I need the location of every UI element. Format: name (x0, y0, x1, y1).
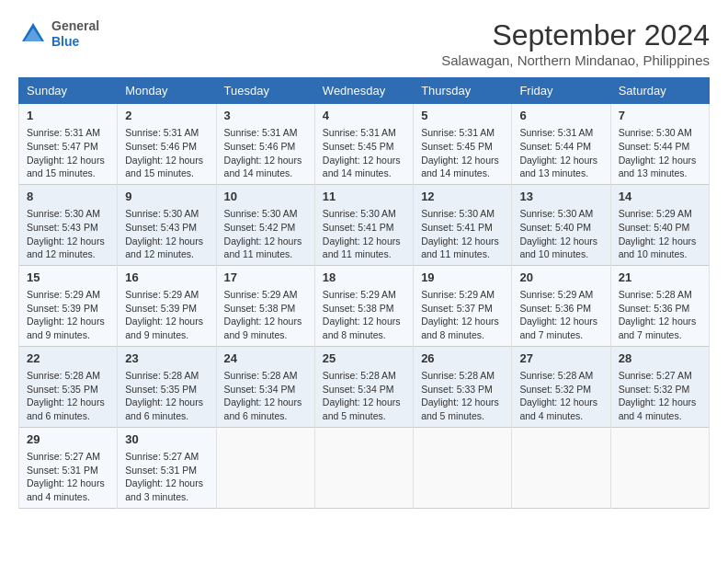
table-cell-empty (216, 427, 314, 508)
table-cell: 26 Sunrise: 5:28 AMSunset: 5:33 PMDaylig… (414, 346, 512, 427)
col-wednesday: Wednesday (314, 78, 413, 104)
month-title: September 2024 (441, 18, 710, 52)
table-cell: 11 Sunrise: 5:30 AMSunset: 5:41 PMDaylig… (314, 184, 413, 265)
table-cell: 22 Sunrise: 5:28 AMSunset: 5:35 PMDaylig… (19, 346, 118, 427)
logo-icon (18, 19, 48, 49)
calendar-header-row: Sunday Monday Tuesday Wednesday Thursday… (19, 78, 710, 104)
col-friday: Friday (512, 78, 610, 104)
table-row: 1 Sunrise: 5:31 AMSunset: 5:47 PMDayligh… (19, 104, 710, 185)
table-cell: 24 Sunrise: 5:28 AMSunset: 5:34 PMDaylig… (216, 346, 314, 427)
logo-blue: Blue (51, 34, 79, 49)
table-row: 8 Sunrise: 5:30 AMSunset: 5:43 PMDayligh… (19, 184, 710, 265)
table-cell-empty (610, 427, 709, 508)
logo-text: General Blue (51, 18, 99, 50)
table-cell: 6 Sunrise: 5:31 AMSunset: 5:44 PMDayligh… (512, 104, 610, 185)
calendar-table: Sunday Monday Tuesday Wednesday Thursday… (18, 77, 710, 509)
table-row: 29 Sunrise: 5:27 AMSunset: 5:31 PMDaylig… (19, 427, 710, 508)
table-cell: 10 Sunrise: 5:30 AMSunset: 5:42 PMDaylig… (216, 184, 314, 265)
table-cell: 12 Sunrise: 5:30 AMSunset: 5:41 PMDaylig… (414, 184, 512, 265)
table-cell: 13 Sunrise: 5:30 AMSunset: 5:40 PMDaylig… (512, 184, 610, 265)
table-cell: 25 Sunrise: 5:28 AMSunset: 5:34 PMDaylig… (314, 346, 413, 427)
table-cell-empty (314, 427, 413, 508)
table-cell: 20 Sunrise: 5:29 AMSunset: 5:36 PMDaylig… (512, 265, 610, 346)
table-cell: 5 Sunrise: 5:31 AMSunset: 5:45 PMDayligh… (414, 104, 512, 185)
page-header: General Blue September 2024 Salawagan, N… (18, 18, 710, 68)
logo: General Blue (18, 18, 99, 50)
table-cell: 9 Sunrise: 5:30 AMSunset: 5:43 PMDayligh… (118, 184, 216, 265)
table-cell: 17 Sunrise: 5:29 AMSunset: 5:38 PMDaylig… (216, 265, 314, 346)
table-cell: 23 Sunrise: 5:28 AMSunset: 5:35 PMDaylig… (118, 346, 216, 427)
table-cell: 18 Sunrise: 5:29 AMSunset: 5:38 PMDaylig… (314, 265, 413, 346)
table-cell: 21 Sunrise: 5:28 AMSunset: 5:36 PMDaylig… (610, 265, 709, 346)
table-cell: 7 Sunrise: 5:30 AMSunset: 5:44 PMDayligh… (610, 104, 709, 185)
table-cell: 27 Sunrise: 5:28 AMSunset: 5:32 PMDaylig… (512, 346, 610, 427)
table-cell: 14 Sunrise: 5:29 AMSunset: 5:40 PMDaylig… (610, 184, 709, 265)
table-cell: 19 Sunrise: 5:29 AMSunset: 5:37 PMDaylig… (414, 265, 512, 346)
table-cell-empty (512, 427, 610, 508)
table-cell: 29 Sunrise: 5:27 AMSunset: 5:31 PMDaylig… (19, 427, 118, 508)
title-section: September 2024 Salawagan, Northern Minda… (441, 18, 710, 68)
col-saturday: Saturday (610, 78, 709, 104)
col-thursday: Thursday (414, 78, 512, 104)
table-row: 15 Sunrise: 5:29 AMSunset: 5:39 PMDaylig… (19, 265, 710, 346)
col-sunday: Sunday (19, 78, 118, 104)
logo-general: General (51, 18, 99, 33)
location-subtitle: Salawagan, Northern Mindanao, Philippine… (441, 52, 710, 68)
table-cell: 15 Sunrise: 5:29 AMSunset: 5:39 PMDaylig… (19, 265, 118, 346)
table-cell: 8 Sunrise: 5:30 AMSunset: 5:43 PMDayligh… (19, 184, 118, 265)
table-cell: 16 Sunrise: 5:29 AMSunset: 5:39 PMDaylig… (118, 265, 216, 346)
table-cell: 30 Sunrise: 5:27 AMSunset: 5:31 PMDaylig… (118, 427, 216, 508)
col-tuesday: Tuesday (216, 78, 314, 104)
col-monday: Monday (118, 78, 216, 104)
table-cell: 1 Sunrise: 5:31 AMSunset: 5:47 PMDayligh… (19, 104, 118, 185)
table-cell-empty (414, 427, 512, 508)
table-cell: 28 Sunrise: 5:27 AMSunset: 5:32 PMDaylig… (610, 346, 709, 427)
table-row: 22 Sunrise: 5:28 AMSunset: 5:35 PMDaylig… (19, 346, 710, 427)
table-cell: 3 Sunrise: 5:31 AMSunset: 5:46 PMDayligh… (216, 104, 314, 185)
table-cell: 2 Sunrise: 5:31 AMSunset: 5:46 PMDayligh… (118, 104, 216, 185)
table-cell: 4 Sunrise: 5:31 AMSunset: 5:45 PMDayligh… (314, 104, 413, 185)
